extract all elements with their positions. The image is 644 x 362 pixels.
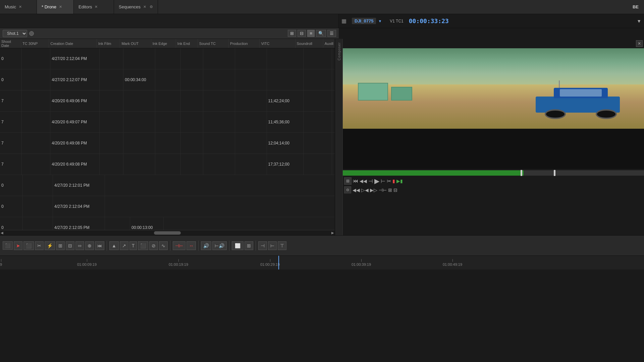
cell-mark-out <box>123 90 155 111</box>
cell-sound-tc <box>203 133 235 154</box>
rewind-btn[interactable]: ⏮ <box>353 178 358 184</box>
view-list-btn[interactable]: ≡ <box>307 30 315 37</box>
tab-sequences[interactable]: Sequences ✕ ⚙ <box>114 0 158 14</box>
table-row[interactable]: 0 4/27/20 2:12:05 PM 00:00:13:00 <box>0 217 335 230</box>
tool-grid-2[interactable]: ⊞ <box>245 241 253 250</box>
cell-ink-end <box>181 154 203 175</box>
cell-shoot-date: 7 <box>0 154 22 175</box>
playhead[interactable] <box>278 256 279 269</box>
table-row[interactable]: 7 4/20/20 6:49:08 PM 12;04;14;00 <box>0 133 335 154</box>
tool-mask[interactable]: ⬛ <box>138 241 148 250</box>
col-header-tc: TC 30NP <box>21 39 49 48</box>
trim-btn[interactable]: ⊞ <box>388 187 392 193</box>
tool-center[interactable]: ⊟ <box>66 241 74 250</box>
splice-btn[interactable]: ⊣⊢ <box>379 187 387 193</box>
col-header-production: Production <box>229 39 260 48</box>
table-row[interactable]: 0 4/27/20 2:12:07 PM 00:00:34:00 <box>0 69 335 90</box>
cell-production <box>235 154 267 175</box>
tool-circle[interactable]: ⊘ <box>149 241 158 250</box>
slow-rev-btn[interactable]: ◀◀ <box>353 187 360 193</box>
header-dropdown-icon[interactable]: ▼ <box>637 18 641 24</box>
tab-drone-close[interactable]: ✕ <box>59 5 62 9</box>
table-row[interactable]: 0 4/27/20 2:12:04 PM <box>0 48 335 69</box>
tool-eq-mid[interactable]: ⊢ <box>268 241 277 250</box>
wipe-btn[interactable]: ⊟ <box>393 187 397 193</box>
cell-ink-film <box>100 90 123 111</box>
progress-fill <box>343 170 524 176</box>
cell-ink-end <box>181 69 203 90</box>
table-row[interactable]: 7 4/20/20 6:49:07 PM 11;45;36;00 <box>0 112 335 133</box>
overwrite-btn[interactable]: ▮ <box>392 178 395 184</box>
tool-skip-start[interactable]: ⏮ <box>95 241 104 250</box>
tool-cut[interactable]: ✂ <box>35 241 44 250</box>
tool-select[interactable]: ⬛ <box>3 241 13 250</box>
cell-vitc: 11;45;36;00 <box>267 112 304 132</box>
progress-track[interactable] <box>343 170 644 176</box>
cell-shoot-date: 7 <box>0 112 22 132</box>
tab-sequences-close[interactable]: ✕ <box>143 5 146 9</box>
tool-blank[interactable]: ⬜ <box>232 241 244 250</box>
ruler-mark-0: 9 <box>0 259 2 266</box>
tab-editors-close[interactable]: ✕ <box>95 5 98 9</box>
shot-selector[interactable]: Shot.1 <box>3 30 27 37</box>
close-panel-btn[interactable]: ✕ <box>636 40 643 47</box>
ruler-mark-1: 01:00:09:19 <box>77 259 97 266</box>
h-scroll-area[interactable]: ◀ ▶ <box>0 230 335 235</box>
search-btn[interactable]: 🔍 <box>316 30 326 37</box>
slow-fwd-btn[interactable]: ▶▷ <box>370 187 377 193</box>
table-panel: Shoot Date TC 30NP Creation Date Ink Fil… <box>0 39 335 235</box>
tab-editors[interactable]: Editors ✕ <box>74 0 114 14</box>
scroll-right-arrow[interactable]: ▶ <box>331 231 334 235</box>
cell-soundroll <box>304 48 332 69</box>
tool-vol-in[interactable]: ⊢🔊 <box>212 241 227 250</box>
razor-btn[interactable]: ✂ <box>387 178 391 184</box>
cell-vitc: 12;04;14;00 <box>267 133 304 154</box>
view-list-detail-btn[interactable]: ⊞ <box>288 30 296 37</box>
tool-expand[interactable]: ⬄ <box>75 241 84 250</box>
step-back-btn[interactable]: ◀◀ <box>360 178 367 184</box>
progress-handle-out[interactable] <box>554 170 555 176</box>
clip-info: DJI_0775 ▼ <box>349 17 384 25</box>
right-panel: ✕ <box>343 39 644 235</box>
table-row[interactable]: 7 4/20/20 6:49:06 PM 11;42;24;00 <box>0 90 335 112</box>
play-btn[interactable]: ▶ <box>374 177 379 185</box>
tool-layer[interactable]: ▲ <box>109 241 119 250</box>
tool-curve[interactable]: ∿ <box>159 241 168 250</box>
menu-btn[interactable]: ☰ <box>327 30 336 37</box>
tab-music-close[interactable]: ✕ <box>19 5 22 9</box>
cell-ink-film <box>105 217 130 230</box>
tool-connect[interactable]: ↗ <box>120 241 128 250</box>
tool-multi[interactable]: ⚡ <box>45 241 55 250</box>
table-row[interactable]: 7 4/20/20 6:49:08 PM 17;37;12;00 <box>0 154 335 175</box>
tool-audio-out[interactable]: ↔ <box>186 241 196 250</box>
cell-ink-film <box>100 112 123 132</box>
tab-sequences-option[interactable]: ⚙ <box>150 5 153 9</box>
timecode-display: 00:00:33:23 <box>409 17 449 24</box>
tool-lift[interactable]: ⬛ <box>23 241 34 250</box>
mark-out-btn[interactable]: ⊢ <box>381 178 385 184</box>
insert-btn[interactable]: ▶▮ <box>396 178 403 184</box>
tool-text[interactable]: T <box>129 241 137 250</box>
scroll-left-arrow[interactable]: ◀ <box>1 231 3 235</box>
table-row[interactable]: 0 4/27/20 2:12:01 PM <box>0 175 335 196</box>
slow-play-btn[interactable]: ▷◀ <box>361 187 369 193</box>
grid-view-btn[interactable]: ⊞ <box>344 177 352 185</box>
view-grid-btn[interactable]: ⊟ <box>298 30 306 37</box>
clip-dropdown[interactable]: ▼ <box>378 19 382 23</box>
tool-eq-left[interactable]: ⊣ <box>258 241 267 250</box>
mark-in-btn[interactable]: ⊣ <box>368 178 373 184</box>
tool-overwrite[interactable]: ➤ <box>14 241 22 250</box>
ruler-mark-3: 01:00:29:19 <box>260 259 280 266</box>
tool-vol[interactable]: 🔊 <box>201 241 211 250</box>
tab-music[interactable]: Music ✕ <box>0 0 37 14</box>
link-btn[interactable]: ⊝ <box>344 186 351 193</box>
tool-audio-mark[interactable]: ⊣⊢ <box>173 241 185 250</box>
tool-eq-right[interactable]: ⊤ <box>278 241 286 250</box>
tool-join[interactable]: ⊕ <box>85 241 94 250</box>
tab-drone[interactable]: * Drone ✕ <box>37 0 74 14</box>
tool-align[interactable]: ⊞ <box>56 241 65 250</box>
clip-name[interactable]: DJI_0775 <box>352 18 376 24</box>
composer-label: Composer <box>337 42 341 60</box>
table-row[interactable]: 0 4/27/20 2:12:04 PM <box>0 196 335 217</box>
progress-handle-in[interactable] <box>521 170 522 176</box>
